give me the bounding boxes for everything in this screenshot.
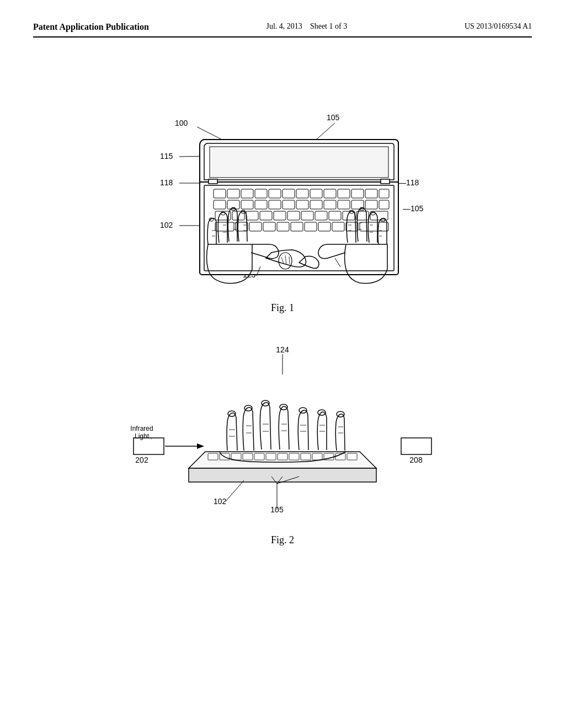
publication-type: Patent Application Publication bbox=[33, 22, 149, 32]
label-102: 102 bbox=[160, 221, 173, 229]
svg-rect-13 bbox=[214, 200, 226, 209]
svg-rect-77 bbox=[208, 453, 218, 460]
label-118-right: —118 bbox=[398, 178, 419, 187]
svg-rect-89 bbox=[347, 453, 357, 460]
hinge-left bbox=[209, 179, 217, 184]
svg-rect-41 bbox=[263, 222, 275, 231]
svg-rect-11 bbox=[365, 189, 377, 198]
label-100: 100 bbox=[175, 119, 188, 127]
svg-rect-9 bbox=[338, 189, 350, 198]
svg-rect-79 bbox=[231, 453, 241, 460]
svg-rect-44 bbox=[305, 222, 317, 231]
svg-rect-12 bbox=[379, 189, 389, 198]
svg-rect-29 bbox=[260, 211, 272, 220]
svg-rect-45 bbox=[318, 222, 331, 231]
figure-2-label: Fig. 2 bbox=[271, 534, 294, 546]
svg-rect-2 bbox=[241, 189, 253, 198]
svg-rect-33 bbox=[315, 211, 327, 220]
svg-rect-4 bbox=[269, 189, 281, 198]
leader-102-fig2 bbox=[226, 480, 244, 501]
svg-rect-18 bbox=[282, 200, 295, 209]
svg-rect-6 bbox=[296, 189, 308, 198]
svg-rect-10 bbox=[351, 189, 364, 198]
svg-rect-25 bbox=[379, 200, 389, 209]
ir-emitter-left bbox=[134, 438, 164, 454]
svg-rect-19 bbox=[296, 200, 308, 209]
svg-rect-30 bbox=[274, 211, 286, 220]
label-208: 208 bbox=[409, 456, 423, 464]
svg-rect-3 bbox=[255, 189, 267, 198]
figure-2-svg: 124 Infrared Light 202 208 bbox=[111, 341, 454, 529]
figure-2-container: 124 Infrared Light 202 208 bbox=[33, 341, 532, 557]
svg-rect-82 bbox=[266, 453, 276, 460]
svg-rect-34 bbox=[329, 211, 341, 220]
svg-rect-83 bbox=[278, 453, 287, 460]
label-105-top: 105 bbox=[327, 113, 340, 122]
svg-rect-24 bbox=[365, 200, 377, 209]
page-header: Patent Application Publication Jul. 4, 2… bbox=[33, 22, 532, 38]
label-124-fig2: 124 bbox=[276, 345, 289, 354]
svg-rect-46 bbox=[332, 222, 344, 231]
svg-rect-85 bbox=[301, 453, 311, 460]
svg-rect-40 bbox=[249, 222, 262, 231]
svg-rect-42 bbox=[277, 222, 289, 231]
figure-1-container: 100 105 115 118 —118 —105 102 bbox=[33, 49, 532, 325]
label-202: 202 bbox=[135, 456, 148, 464]
pub-date: Jul. 4, 2013 bbox=[266, 22, 302, 30]
label-115: 115 bbox=[160, 152, 173, 160]
svg-rect-48 bbox=[360, 222, 388, 231]
svg-rect-5 bbox=[282, 189, 295, 198]
hinge-right bbox=[381, 179, 390, 184]
svg-rect-21 bbox=[324, 200, 336, 209]
svg-rect-20 bbox=[310, 200, 322, 209]
ir-label2: Light bbox=[135, 432, 150, 440]
laptop-screen bbox=[210, 147, 388, 178]
sheet-info: Sheet 1 of 3 bbox=[310, 22, 347, 30]
ir-label: Infrared bbox=[130, 425, 153, 432]
date-sheet: Jul. 4, 2013 Sheet 1 of 3 bbox=[266, 22, 348, 31]
main-content: 100 105 115 118 —118 —105 102 bbox=[33, 49, 532, 574]
svg-rect-17 bbox=[269, 200, 281, 209]
keyboard-row-4 bbox=[215, 222, 388, 231]
keyboard-front-face bbox=[189, 468, 376, 482]
ir-beam-arrowhead bbox=[197, 443, 204, 449]
svg-rect-22 bbox=[338, 200, 350, 209]
label-105-mid: —105 bbox=[403, 204, 424, 213]
page: Patent Application Publication Jul. 4, 2… bbox=[0, 0, 565, 728]
ir-emitter-right bbox=[401, 438, 431, 454]
svg-rect-35 bbox=[343, 211, 355, 220]
svg-rect-47 bbox=[346, 222, 358, 231]
label-102-fig2: 102 bbox=[214, 497, 227, 506]
svg-rect-16 bbox=[255, 200, 267, 209]
figure-1-label: Fig. 1 bbox=[271, 302, 294, 314]
svg-rect-15 bbox=[241, 200, 253, 209]
svg-rect-86 bbox=[312, 453, 322, 460]
svg-rect-1 bbox=[227, 189, 239, 198]
svg-rect-32 bbox=[301, 211, 313, 220]
figure-1-svg: 100 105 115 118 —118 —105 102 bbox=[89, 49, 476, 297]
svg-rect-7 bbox=[310, 189, 322, 198]
leader-100 bbox=[197, 127, 222, 140]
svg-rect-0 bbox=[214, 189, 226, 198]
svg-rect-31 bbox=[287, 211, 300, 220]
svg-rect-80 bbox=[243, 453, 253, 460]
patent-number: US 2013/0169534 A1 bbox=[465, 22, 532, 31]
svg-rect-28 bbox=[246, 211, 258, 220]
svg-rect-8 bbox=[324, 189, 336, 198]
svg-rect-84 bbox=[289, 453, 299, 460]
label-118-left: 118 bbox=[160, 178, 173, 187]
svg-rect-81 bbox=[254, 453, 264, 460]
svg-rect-43 bbox=[291, 222, 303, 231]
